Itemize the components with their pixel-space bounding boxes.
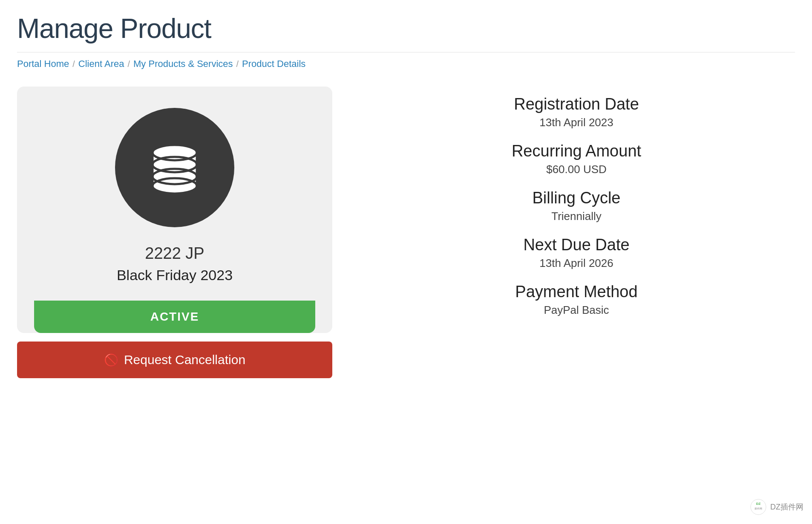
cancel-button-label: Request Cancellation xyxy=(124,353,245,367)
detail-payment-method: Payment Method PayPal Basic xyxy=(515,283,637,317)
product-name: 2222 JP xyxy=(145,244,204,263)
watermark: DZ 插件网 DZ插件网 xyxy=(750,498,803,515)
detail-registration-date: Registration Date 13th April 2023 xyxy=(514,95,639,129)
detail-label-nextdue: Next Due Date xyxy=(523,236,629,254)
detail-value-payment: PayPal Basic xyxy=(515,304,637,317)
product-icon-circle xyxy=(115,108,234,227)
cancel-button[interactable]: 🚫 Request Cancellation xyxy=(17,342,332,378)
page-title: Manage Product xyxy=(17,13,795,52)
detail-value-recurring: $60.00 USD xyxy=(512,163,641,176)
breadcrumb-sep-1: / xyxy=(72,59,75,69)
breadcrumb-sep-2: / xyxy=(127,59,130,69)
detail-value-registration: 13th April 2023 xyxy=(514,116,639,129)
breadcrumb-current: Product Details xyxy=(242,58,305,69)
breadcrumb: Portal Home / Client Area / My Products … xyxy=(17,58,795,69)
page-container: Manage Product Portal Home / Client Area… xyxy=(0,0,812,391)
svg-text:插件网: 插件网 xyxy=(754,507,762,510)
watermark-logo: DZ 插件网 xyxy=(750,498,767,515)
detail-value-billing: Triennially xyxy=(533,210,621,223)
details-section: Registration Date 13th April 2023 Recurr… xyxy=(358,87,795,330)
breadcrumb-client-area[interactable]: Client Area xyxy=(78,58,124,69)
watermark-text: DZ插件网 xyxy=(770,502,803,512)
breadcrumb-portal-home[interactable]: Portal Home xyxy=(17,58,69,69)
detail-billing-cycle: Billing Cycle Triennially xyxy=(533,189,621,223)
product-card-section: 2222 JP Black Friday 2023 ACTIVE 🚫 Reque… xyxy=(17,87,332,378)
detail-value-nextdue: 13th April 2026 xyxy=(523,257,629,270)
breadcrumb-my-products[interactable]: My Products & Services xyxy=(133,58,233,69)
svg-text:DZ: DZ xyxy=(756,502,761,506)
cancel-icon: 🚫 xyxy=(104,353,119,367)
detail-label-payment: Payment Method xyxy=(515,283,637,301)
detail-label-registration: Registration Date xyxy=(514,95,639,113)
detail-label-billing: Billing Cycle xyxy=(533,189,621,207)
detail-recurring-amount: Recurring Amount $60.00 USD xyxy=(512,142,641,176)
main-content: 2222 JP Black Friday 2023 ACTIVE 🚫 Reque… xyxy=(17,87,795,378)
detail-next-due-date: Next Due Date 13th April 2026 xyxy=(523,236,629,270)
status-bar: ACTIVE xyxy=(34,301,315,333)
product-card: 2222 JP Black Friday 2023 ACTIVE xyxy=(17,87,332,333)
breadcrumb-sep-3: / xyxy=(236,59,239,69)
detail-label-recurring: Recurring Amount xyxy=(512,142,641,160)
product-plan: Black Friday 2023 xyxy=(117,267,233,284)
database-icon xyxy=(145,138,204,197)
